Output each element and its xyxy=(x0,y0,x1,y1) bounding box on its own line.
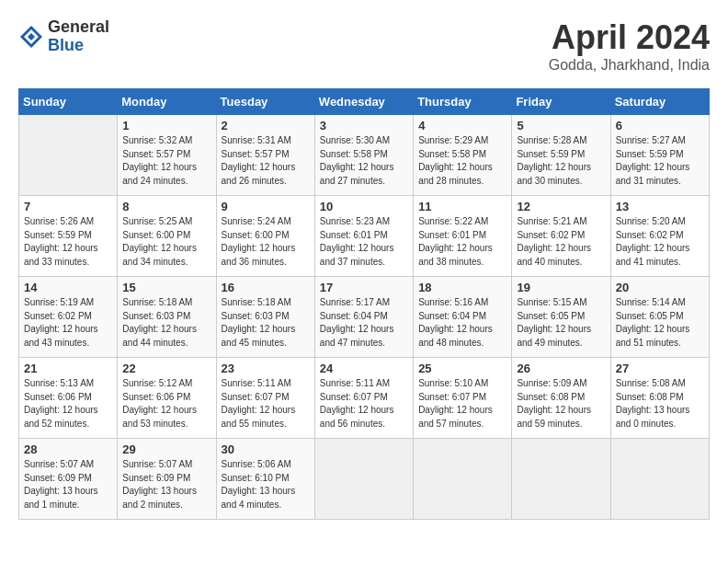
day-number: 6 xyxy=(616,119,704,132)
calendar-cell: 11Sunrise: 5:22 AM Sunset: 6:01 PM Dayli… xyxy=(414,196,512,277)
day-number: 27 xyxy=(616,362,704,375)
day-number: 13 xyxy=(616,200,704,213)
calendar-cell xyxy=(610,439,709,520)
day-number: 25 xyxy=(418,362,506,375)
calendar-cell: 29Sunrise: 5:07 AM Sunset: 6:09 PM Dayli… xyxy=(118,439,216,520)
calendar-cell: 16Sunrise: 5:18 AM Sunset: 6:03 PM Dayli… xyxy=(216,277,314,358)
day-info: Sunrise: 5:11 AM Sunset: 6:07 PM Dayligh… xyxy=(222,377,310,431)
location: Godda, Jharkhand, India xyxy=(549,57,710,74)
day-info: Sunrise: 5:17 AM Sunset: 6:04 PM Dayligh… xyxy=(320,296,408,350)
day-number: 30 xyxy=(222,442,310,456)
day-info: Sunrise: 5:31 AM Sunset: 5:57 PM Dayligh… xyxy=(222,134,310,188)
logo-general: General xyxy=(48,18,109,37)
calendar-row: 1Sunrise: 5:32 AM Sunset: 5:57 PM Daylig… xyxy=(19,115,710,196)
calendar-cell: 7Sunrise: 5:26 AM Sunset: 5:59 PM Daylig… xyxy=(19,196,118,277)
calendar-cell: 5Sunrise: 5:28 AM Sunset: 5:59 PM Daylig… xyxy=(512,115,610,196)
calendar-cell: 12Sunrise: 5:21 AM Sunset: 6:02 PM Dayli… xyxy=(512,196,610,277)
calendar-cell: 6Sunrise: 5:27 AM Sunset: 5:59 PM Daylig… xyxy=(610,115,709,196)
day-info: Sunrise: 5:07 AM Sunset: 6:09 PM Dayligh… xyxy=(122,458,210,511)
day-number: 22 xyxy=(122,362,210,375)
calendar-cell xyxy=(19,115,118,196)
calendar-cell: 21Sunrise: 5:13 AM Sunset: 6:06 PM Dayli… xyxy=(19,358,118,439)
calendar-cell: 4Sunrise: 5:29 AM Sunset: 5:58 PM Daylig… xyxy=(414,115,512,196)
day-info: Sunrise: 5:08 AM Sunset: 6:08 PM Dayligh… xyxy=(616,377,704,431)
day-info: Sunrise: 5:28 AM Sunset: 5:59 PM Dayligh… xyxy=(517,134,605,188)
day-number: 20 xyxy=(616,281,704,294)
calendar-cell: 25Sunrise: 5:10 AM Sunset: 6:07 PM Dayli… xyxy=(414,358,512,439)
calendar-cell: 26Sunrise: 5:09 AM Sunset: 6:08 PM Dayli… xyxy=(512,358,610,439)
month-year: April 2024 xyxy=(549,18,710,57)
day-info: Sunrise: 5:32 AM Sunset: 5:57 PM Dayligh… xyxy=(122,134,210,188)
calendar-cell: 10Sunrise: 5:23 AM Sunset: 6:01 PM Dayli… xyxy=(314,196,413,277)
column-header-thursday: Thursday xyxy=(414,89,512,115)
day-info: Sunrise: 5:23 AM Sunset: 6:01 PM Dayligh… xyxy=(320,215,408,269)
calendar-cell xyxy=(512,439,610,520)
calendar-cell: 14Sunrise: 5:19 AM Sunset: 6:02 PM Dayli… xyxy=(19,277,118,358)
calendar-row: 7Sunrise: 5:26 AM Sunset: 5:59 PM Daylig… xyxy=(19,196,710,277)
day-info: Sunrise: 5:09 AM Sunset: 6:08 PM Dayligh… xyxy=(517,377,605,431)
day-number: 11 xyxy=(418,200,506,213)
column-header-wednesday: Wednesday xyxy=(314,89,413,115)
day-number: 2 xyxy=(222,119,310,132)
calendar-row: 14Sunrise: 5:19 AM Sunset: 6:02 PM Dayli… xyxy=(19,277,710,358)
day-info: Sunrise: 5:16 AM Sunset: 6:04 PM Dayligh… xyxy=(418,296,506,350)
day-info: Sunrise: 5:19 AM Sunset: 6:02 PM Dayligh… xyxy=(24,296,112,350)
day-number: 21 xyxy=(24,362,112,375)
day-number: 18 xyxy=(418,281,506,294)
column-header-monday: Monday xyxy=(118,89,216,115)
day-info: Sunrise: 5:24 AM Sunset: 6:00 PM Dayligh… xyxy=(222,215,310,269)
day-info: Sunrise: 5:25 AM Sunset: 6:00 PM Dayligh… xyxy=(122,215,210,269)
calendar-row: 28Sunrise: 5:07 AM Sunset: 6:09 PM Dayli… xyxy=(19,439,710,520)
calendar-cell: 27Sunrise: 5:08 AM Sunset: 6:08 PM Dayli… xyxy=(610,358,709,439)
day-number: 19 xyxy=(517,281,605,294)
title-block: April 2024 Godda, Jharkhand, India xyxy=(549,18,710,74)
day-info: Sunrise: 5:27 AM Sunset: 5:59 PM Dayligh… xyxy=(616,134,704,188)
calendar-row: 21Sunrise: 5:13 AM Sunset: 6:06 PM Dayli… xyxy=(19,358,710,439)
day-number: 12 xyxy=(517,200,605,213)
logo-icon xyxy=(18,24,44,50)
day-number: 4 xyxy=(418,119,506,132)
calendar-cell: 30Sunrise: 5:06 AM Sunset: 6:10 PM Dayli… xyxy=(216,439,314,520)
day-number: 17 xyxy=(320,281,408,294)
calendar-cell: 28Sunrise: 5:07 AM Sunset: 6:09 PM Dayli… xyxy=(19,439,118,520)
day-number: 26 xyxy=(517,362,605,375)
calendar-cell xyxy=(414,439,512,520)
day-info: Sunrise: 5:18 AM Sunset: 6:03 PM Dayligh… xyxy=(122,296,210,350)
logo: General Blue xyxy=(18,18,109,55)
day-info: Sunrise: 5:12 AM Sunset: 6:06 PM Dayligh… xyxy=(122,377,210,431)
calendar-cell: 2Sunrise: 5:31 AM Sunset: 5:57 PM Daylig… xyxy=(216,115,314,196)
day-info: Sunrise: 5:26 AM Sunset: 5:59 PM Dayligh… xyxy=(24,215,112,269)
day-number: 24 xyxy=(320,362,408,375)
day-info: Sunrise: 5:10 AM Sunset: 6:07 PM Dayligh… xyxy=(418,377,506,431)
calendar-cell: 18Sunrise: 5:16 AM Sunset: 6:04 PM Dayli… xyxy=(414,277,512,358)
column-header-saturday: Saturday xyxy=(610,89,709,115)
day-info: Sunrise: 5:20 AM Sunset: 6:02 PM Dayligh… xyxy=(616,215,704,269)
day-number: 15 xyxy=(122,281,210,294)
column-header-sunday: Sunday xyxy=(19,89,118,115)
calendar-cell: 22Sunrise: 5:12 AM Sunset: 6:06 PM Dayli… xyxy=(118,358,216,439)
calendar-cell: 19Sunrise: 5:15 AM Sunset: 6:05 PM Dayli… xyxy=(512,277,610,358)
day-number: 7 xyxy=(24,200,112,213)
day-number: 10 xyxy=(320,200,408,213)
calendar-cell: 13Sunrise: 5:20 AM Sunset: 6:02 PM Dayli… xyxy=(610,196,709,277)
calendar-cell: 9Sunrise: 5:24 AM Sunset: 6:00 PM Daylig… xyxy=(216,196,314,277)
day-number: 29 xyxy=(122,442,210,456)
day-number: 5 xyxy=(517,119,605,132)
day-number: 1 xyxy=(122,119,210,132)
day-info: Sunrise: 5:13 AM Sunset: 6:06 PM Dayligh… xyxy=(24,377,112,431)
day-number: 23 xyxy=(222,362,310,375)
day-number: 14 xyxy=(24,281,112,294)
calendar-cell: 15Sunrise: 5:18 AM Sunset: 6:03 PM Dayli… xyxy=(118,277,216,358)
day-info: Sunrise: 5:30 AM Sunset: 5:58 PM Dayligh… xyxy=(320,134,408,188)
day-info: Sunrise: 5:22 AM Sunset: 6:01 PM Dayligh… xyxy=(418,215,506,269)
day-number: 8 xyxy=(122,200,210,213)
calendar-cell: 23Sunrise: 5:11 AM Sunset: 6:07 PM Dayli… xyxy=(216,358,314,439)
day-number: 3 xyxy=(320,119,408,132)
day-info: Sunrise: 5:06 AM Sunset: 6:10 PM Dayligh… xyxy=(222,458,310,511)
calendar-cell: 8Sunrise: 5:25 AM Sunset: 6:00 PM Daylig… xyxy=(118,196,216,277)
day-info: Sunrise: 5:15 AM Sunset: 6:05 PM Dayligh… xyxy=(517,296,605,350)
calendar-cell: 1Sunrise: 5:32 AM Sunset: 5:57 PM Daylig… xyxy=(118,115,216,196)
day-number: 28 xyxy=(24,442,112,456)
column-header-friday: Friday xyxy=(512,89,610,115)
logo-text: General Blue xyxy=(48,18,109,55)
